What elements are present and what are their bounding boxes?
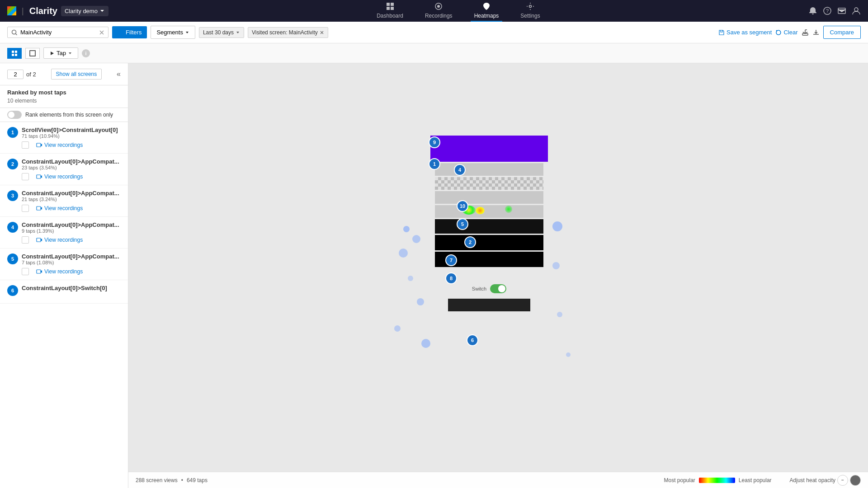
help-icon[interactable]: ? — [823, 6, 832, 15]
list-item[interactable]: 3 ConstraintLayout[0]>AppCompat... 21 ta… — [0, 185, 128, 217]
heat-hot-spot — [476, 207, 485, 214]
heat-dot — [399, 249, 408, 258]
view-recordings-button[interactable]: View recordings — [36, 174, 83, 180]
brand-area: | Clarity — [7, 6, 57, 16]
save-segment-button[interactable]: Save as segment — [718, 29, 772, 36]
date-chevron-icon — [236, 30, 240, 35]
nav-settings-label: Settings — [520, 13, 540, 19]
list-item[interactable]: 4 ConstraintLayout[0]>AppCompat... 9 tap… — [0, 217, 128, 249]
tap-mode-button[interactable]: Tap — [43, 47, 78, 59]
list-item[interactable]: 5 ConstraintLayout[0]>AppCompat... 7 tap… — [0, 249, 128, 280]
heatmaps-icon — [482, 2, 491, 11]
view-rect-button[interactable] — [25, 48, 40, 59]
search-clear-icon[interactable] — [99, 30, 104, 35]
brand-name: Clarity — [29, 6, 57, 16]
element-badge: 6 — [7, 285, 18, 296]
rank-toggle-switch[interactable] — [7, 111, 22, 119]
view-block-button[interactable] — [7, 48, 22, 59]
block-view-icon — [11, 50, 18, 56]
search-input[interactable]: MainActivity — [20, 29, 96, 36]
segments-label: Segments — [156, 29, 183, 36]
heatmap-badge-4: 4 — [454, 164, 466, 176]
clear-button[interactable]: Clear — [775, 29, 797, 36]
view-recordings-button[interactable]: View recordings — [36, 142, 83, 148]
tap-play-icon — [49, 51, 55, 56]
compare-label: Compare — [830, 29, 854, 36]
svg-rect-0 — [387, 3, 390, 6]
project-selector[interactable]: Clarity demo — [61, 6, 108, 16]
filter-toolbar: MainActivity Filters Segments Last 30 da… — [0, 22, 868, 43]
element-name: ConstraintLayout[0]>Switch[0] — [22, 285, 107, 291]
filter-icon — [118, 29, 124, 36]
view-recordings-button[interactable]: View recordings — [36, 268, 83, 275]
opacity-increase-button[interactable] — [850, 475, 861, 486]
heatmap-legend: Most popular Least popular — [664, 477, 771, 483]
nav-recordings[interactable]: Recordings — [421, 0, 456, 22]
view-recordings-button[interactable]: View recordings — [36, 205, 83, 211]
heat-dot — [403, 226, 410, 232]
list-item[interactable]: 6 ConstraintLayout[0]>Switch[0] — [0, 280, 128, 304]
rank-toggle: Rank elements from this screen only — [0, 108, 128, 122]
show-all-screens-button[interactable]: Show all screens — [51, 69, 102, 80]
element-name: ScrollView[0]>ConstraintLayout[0] — [22, 127, 118, 133]
taps-label: 649 taps — [187, 477, 208, 483]
heat-dot — [417, 298, 424, 305]
rect-view-icon — [29, 50, 36, 56]
list-item[interactable]: 2 ConstraintLayout[0]>AppCompat... 23 ta… — [0, 154, 128, 185]
page-input[interactable]: 2 — [7, 70, 24, 79]
element-badge: 3 — [7, 190, 18, 201]
nav-settings[interactable]: Settings — [517, 0, 543, 22]
date-range-tag[interactable]: Last 30 days — [199, 27, 244, 38]
rank-toggle-label: Rank elements from this screen only — [25, 112, 113, 118]
screen-top-bar — [430, 136, 548, 162]
main-content: 2 of 2 Show all screens « Ranked by most… — [0, 63, 868, 488]
nav-dashboard[interactable]: Dashboard — [373, 0, 407, 22]
visited-screen-close-icon[interactable] — [320, 30, 324, 35]
visited-screen-tag[interactable]: Visited screen: MainActivity — [248, 27, 328, 38]
segments-button[interactable]: Segments — [151, 26, 195, 39]
screen-views-label: 288 screen views — [136, 477, 178, 483]
dashboard-icon — [386, 2, 395, 11]
element-checkbox[interactable] — [22, 268, 29, 275]
element-checkbox[interactable] — [22, 141, 29, 149]
download-button[interactable] — [812, 29, 820, 36]
notifications-icon[interactable] — [808, 6, 817, 15]
svg-rect-22 — [37, 270, 41, 273]
bottom-button — [448, 299, 530, 311]
element-taps: 71 taps (10.94%) — [22, 133, 118, 139]
nav-heatmaps[interactable]: Heatmaps — [471, 0, 503, 22]
svg-point-10 — [854, 8, 858, 11]
list-item[interactable]: 1 ScrollView[0]>ConstraintLayout[0] 71 t… — [0, 122, 128, 154]
least-popular-label: Least popular — [739, 477, 772, 483]
info-icon[interactable]: i — [82, 49, 90, 57]
share-icon — [802, 29, 809, 36]
device-viewport: Switch 9 1 4 10 5 2 7 8 6 — [385, 117, 611, 434]
list-row-2 — [435, 177, 543, 190]
element-checkbox[interactable] — [22, 205, 29, 212]
settings-icon — [526, 2, 535, 11]
svg-rect-13 — [12, 51, 14, 53]
share-button[interactable] — [802, 29, 809, 36]
recordings-icon — [434, 2, 443, 11]
dark-row-1 — [435, 219, 543, 234]
element-checkbox[interactable] — [22, 173, 29, 180]
svg-rect-16 — [15, 54, 17, 56]
compare-button[interactable]: Compare — [823, 26, 861, 39]
element-taps: 9 taps (1.39%) — [22, 228, 119, 234]
filters-button[interactable]: Filters — [112, 26, 147, 38]
opacity-controls: Adjust heat opacity − — [790, 475, 861, 486]
element-name: ConstraintLayout[0]>AppCompat... — [22, 190, 119, 197]
heatmap-badge-6: 6 — [467, 334, 478, 346]
element-taps: 21 taps (3.24%) — [22, 197, 119, 202]
opacity-decrease-button[interactable]: − — [837, 475, 848, 486]
feedback-icon[interactable] — [837, 6, 846, 15]
tap-label: Tap — [57, 50, 66, 56]
account-icon[interactable] — [852, 6, 861, 15]
search-box[interactable]: MainActivity — [7, 27, 108, 38]
view-recordings-button[interactable]: View recordings — [36, 237, 83, 243]
element-checkbox[interactable] — [22, 236, 29, 244]
video-icon — [36, 205, 42, 211]
collapse-sidebar-button[interactable]: « — [117, 70, 121, 78]
toolbar-right: Save as segment Clear Compare — [718, 26, 861, 39]
rank-title: Ranked by most taps — [7, 89, 121, 96]
